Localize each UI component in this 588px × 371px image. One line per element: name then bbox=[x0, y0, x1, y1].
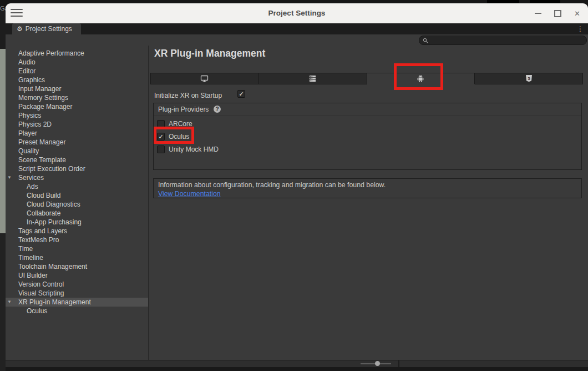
sidebar-item-label: XR Plug-in Management bbox=[18, 298, 91, 306]
sidebar-item-label: Graphics bbox=[18, 76, 45, 84]
sidebar-item-label: Time bbox=[18, 245, 33, 253]
sidebar-item-label: Script Execution Order bbox=[18, 165, 85, 173]
sidebar-item-label: Timeline bbox=[18, 254, 43, 262]
sidebar-item-label: Oculus bbox=[27, 307, 47, 315]
sidebar-item-label: Cloud Diagnostics bbox=[27, 200, 80, 208]
sidebar-item-label: Visual Scripting bbox=[18, 289, 64, 297]
sidebar-item-audio[interactable]: Audio bbox=[6, 58, 148, 67]
provider-row-unity-mock-hmd: Unity Mock HMD bbox=[157, 145, 219, 154]
provider-checkbox-unity-mock-hmd[interactable] bbox=[157, 146, 165, 153]
main-area: Adaptive PerformanceAudioEditorGraphicsI… bbox=[6, 46, 588, 360]
sidebar-item-label: Collaborate bbox=[27, 209, 60, 217]
sidebar-item-label: Editor bbox=[18, 67, 36, 75]
info-text: Information about configuration, trackin… bbox=[158, 181, 386, 189]
sidebar-item-version-control[interactable]: Version Control bbox=[6, 280, 148, 289]
html5-icon: 5 bbox=[525, 74, 533, 83]
zoom-slider-knob[interactable] bbox=[375, 361, 380, 366]
sidebar-item-editor[interactable]: Editor bbox=[6, 67, 148, 76]
search-input[interactable] bbox=[430, 37, 577, 44]
plugin-providers-header: Plug-in Providers ? bbox=[154, 103, 581, 116]
kebab-menu-icon[interactable]: ⋮ bbox=[577, 23, 584, 34]
sidebar-item-label: Input Manager bbox=[18, 85, 61, 93]
sidebar-item-label: Preset Manager bbox=[18, 138, 65, 146]
sidebar-item-services[interactable]: ▼Services bbox=[6, 173, 148, 182]
gear-icon: ⚙ bbox=[17, 23, 23, 34]
sidebar-item-cloud-diagnostics[interactable]: Cloud Diagnostics bbox=[6, 200, 148, 209]
window-controls: ✕ bbox=[535, 3, 580, 23]
titlebar: Project Settings ✕ bbox=[6, 3, 588, 23]
sidebar-item-label: Cloud Build bbox=[27, 192, 60, 199]
tab-label: Project Settings bbox=[26, 25, 72, 33]
sidebar-item-package-manager[interactable]: Package Manager bbox=[6, 102, 148, 111]
sidebar-item-visual-scripting[interactable]: Visual Scripting bbox=[6, 289, 148, 298]
platform-tab-webgl[interactable]: 5 bbox=[475, 73, 582, 84]
tab-project-settings[interactable]: ⚙ Project Settings bbox=[12, 23, 81, 34]
sidebar-item-memory-settings[interactable]: Memory Settings bbox=[6, 93, 148, 102]
window-title: Project Settings bbox=[6, 3, 588, 23]
search-icon bbox=[423, 38, 428, 43]
foldout-icon[interactable]: ▼ bbox=[7, 173, 12, 182]
sidebar-item-quality[interactable]: Quality bbox=[6, 147, 148, 156]
status-divider bbox=[398, 360, 399, 367]
project-settings-window: Project Settings ✕ ⚙ Project Settings ⋮ … bbox=[6, 3, 588, 371]
sidebar-item-label: Scene Template bbox=[18, 156, 66, 164]
sidebar-item-tags-and-layers[interactable]: Tags and Layers bbox=[6, 227, 148, 235]
sidebar-item-input-manager[interactable]: Input Manager bbox=[6, 84, 148, 93]
highlight-box-oculus bbox=[154, 127, 194, 144]
initialize-xr-label: Initialize XR on Startup bbox=[154, 92, 222, 99]
sidebar-item-label: Physics 2D bbox=[18, 121, 52, 128]
editor-tab-bar: ⚙ Project Settings ⋮ bbox=[6, 23, 588, 34]
background-top-tab bbox=[530, 0, 560, 3]
platform-tab-dedicated-server[interactable] bbox=[259, 73, 367, 84]
sidebar-item-label: Quality bbox=[18, 147, 39, 155]
view-documentation-link[interactable]: View Documentation bbox=[158, 190, 221, 198]
info-box: Information about configuration, trackin… bbox=[153, 178, 582, 198]
sidebar-item-adaptive-performance[interactable]: Adaptive Performance bbox=[6, 49, 148, 58]
platform-tab-windows-mac-linux[interactable] bbox=[151, 73, 259, 84]
minimize-button[interactable] bbox=[535, 13, 541, 14]
sidebar-item-label: Memory Settings bbox=[18, 94, 68, 102]
help-icon[interactable]: ? bbox=[214, 106, 221, 113]
sidebar-item-player[interactable]: Player bbox=[6, 129, 148, 138]
sidebar-item-physics[interactable]: Physics bbox=[6, 111, 148, 120]
sidebar-item-timeline[interactable]: Timeline bbox=[6, 253, 148, 262]
sidebar-item-label: Adaptive Performance bbox=[18, 49, 84, 57]
close-button[interactable]: ✕ bbox=[574, 10, 580, 17]
sidebar-item-label: UI Builder bbox=[18, 272, 48, 279]
sidebar-item-in-app-purchasing[interactable]: In-App Purchasing bbox=[6, 218, 148, 227]
sidebar-item-cloud-build[interactable]: Cloud Build bbox=[6, 191, 148, 200]
sidebar-item-physics-2d[interactable]: Physics 2D bbox=[6, 120, 148, 129]
foldout-icon[interactable]: ▼ bbox=[7, 298, 12, 307]
sidebar-item-label: TextMesh Pro bbox=[18, 236, 59, 244]
sidebar-item-ads[interactable]: Ads bbox=[6, 182, 148, 191]
sidebar-item-label: Audio bbox=[18, 58, 36, 66]
background-top-tab bbox=[487, 0, 519, 3]
monitor-icon bbox=[200, 74, 209, 83]
sidebar-item-textmesh-pro[interactable]: TextMesh Pro bbox=[6, 235, 148, 244]
sidebar-item-ui-builder[interactable]: UI Builder bbox=[6, 271, 148, 280]
svg-text:5: 5 bbox=[528, 76, 530, 81]
sidebar-item-preset-manager[interactable]: Preset Manager bbox=[6, 138, 148, 147]
settings-sidebar: Adaptive PerformanceAudioEditorGraphicsI… bbox=[6, 46, 149, 360]
sidebar-item-oculus[interactable]: Oculus bbox=[6, 307, 148, 315]
maximize-button[interactable] bbox=[554, 10, 561, 17]
search-box[interactable] bbox=[419, 36, 587, 45]
initialize-xr-row: Initialize XR on Startup ✓ bbox=[154, 90, 222, 99]
sidebar-item-label: Version Control bbox=[18, 280, 64, 288]
plugin-providers-title: Plug-in Providers bbox=[158, 106, 209, 113]
sidebar-item-label: Ads bbox=[27, 183, 38, 190]
highlight-box-android-tab bbox=[394, 63, 443, 90]
status-bar bbox=[6, 360, 588, 367]
sidebar-item-scene-template[interactable]: Scene Template bbox=[6, 156, 148, 164]
provider-label: Unity Mock HMD bbox=[169, 146, 219, 153]
server-icon bbox=[308, 74, 317, 83]
sidebar-item-graphics[interactable]: Graphics bbox=[6, 76, 148, 84]
sidebar-item-script-execution-order[interactable]: Script Execution Order bbox=[6, 164, 148, 173]
initialize-xr-checkbox[interactable]: ✓ bbox=[237, 90, 245, 98]
sidebar-item-collaborate[interactable]: Collaborate bbox=[6, 209, 148, 218]
sidebar-item-xr-plug-in-management[interactable]: ▼XR Plug-in Management bbox=[6, 298, 148, 307]
sidebar-item-label: Toolchain Management bbox=[18, 263, 87, 270]
sidebar-item-time[interactable]: Time bbox=[6, 244, 148, 253]
platform-tab-strip: 5 bbox=[150, 73, 583, 84]
sidebar-item-toolchain-management[interactable]: Toolchain Management bbox=[6, 262, 148, 271]
